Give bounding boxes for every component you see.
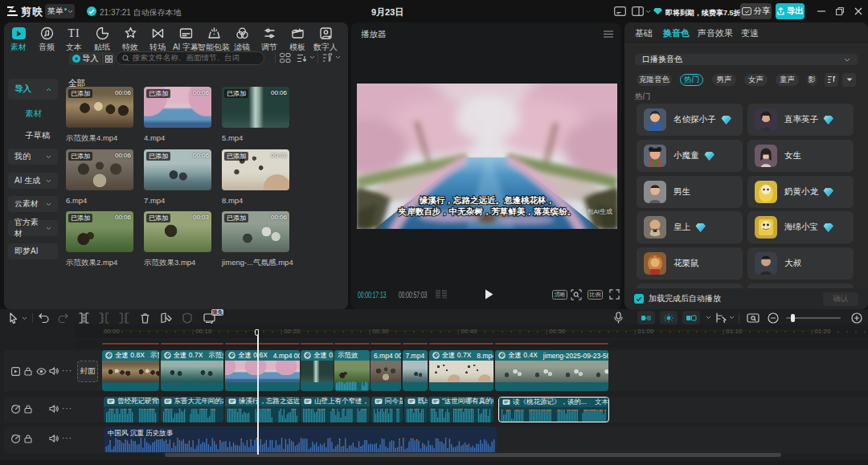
- svg-text:豆包AI生成: 豆包AI生成: [579, 208, 612, 215]
- svg-text:缘溪行，忘路之远近。忽逢桃花林，: 缘溪行，忘路之远近。忽逢桃花林，: [419, 195, 555, 205]
- svg-text:夹岸数百步，中无杂树，芳草鲜美，落英缤纷。: 夹岸数百步，中无杂树，芳草鲜美，落英缤纷。: [398, 206, 576, 216]
